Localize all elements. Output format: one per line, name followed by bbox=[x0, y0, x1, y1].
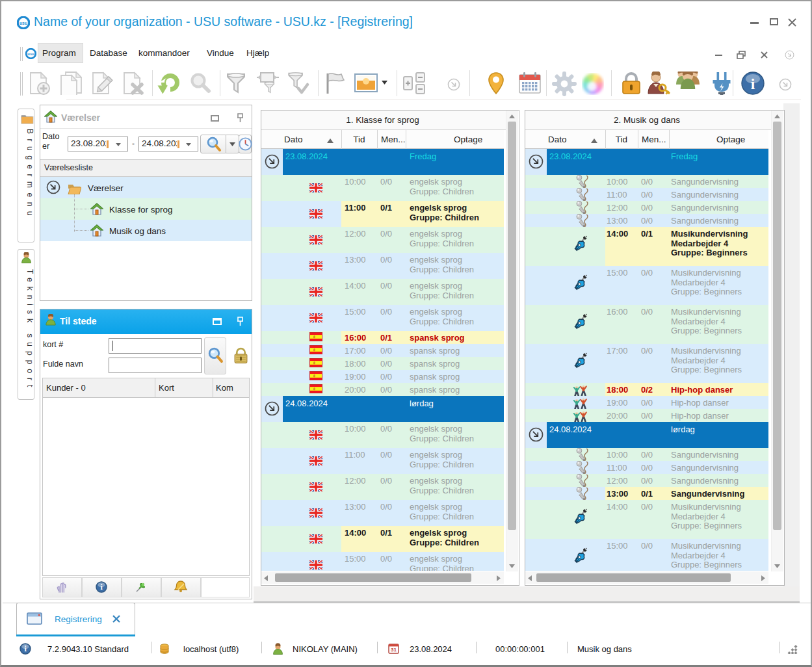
svg-text:usu: usu bbox=[27, 52, 34, 56]
svg-text:31: 31 bbox=[391, 647, 397, 653]
svg-text:i: i bbox=[751, 75, 755, 92]
svg-text:usu: usu bbox=[20, 21, 27, 25]
